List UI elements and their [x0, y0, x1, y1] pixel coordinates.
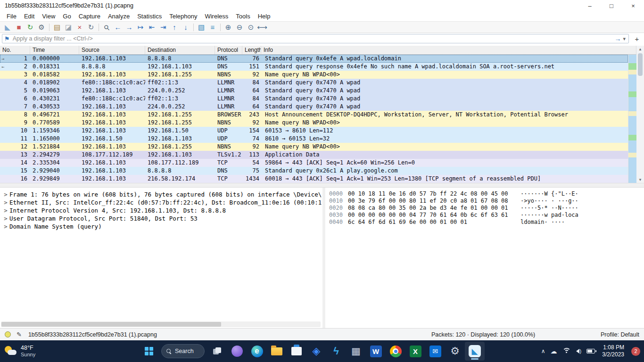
packet-row[interactable]: 1→0.000000192.168.1.1038.8.8.8DNS76Stand…: [0, 55, 628, 63]
menu-item-wireless[interactable]: Wireless: [201, 12, 232, 21]
menu-item-telephony[interactable]: Telephony: [165, 12, 201, 21]
menu-item-analyze[interactable]: Analyze: [104, 12, 133, 21]
colorize-icon[interactable]: ▧: [196, 22, 207, 33]
packet-row[interactable]: 111.165000192.168.1.50192.168.1.103UDP74…: [0, 135, 628, 143]
zoom-out-icon[interactable]: ⊖: [234, 22, 245, 33]
menu-item-file[interactable]: File: [3, 12, 20, 21]
resize-columns-icon[interactable]: ⟷: [256, 22, 268, 33]
packet-list-scrollbar[interactable]: ▲ ▼: [636, 46, 644, 183]
volume-icon[interactable]: ): [576, 348, 582, 354]
detail-hscrollbar[interactable]: [1, 321, 321, 327]
expand-caret-icon[interactable]: >: [2, 222, 9, 230]
save-file-icon[interactable]: ◪: [63, 22, 74, 33]
scroll-up-icon[interactable]: ▲: [636, 46, 644, 52]
close-file-icon[interactable]: ×: [74, 22, 85, 33]
edge-icon[interactable]: e: [247, 342, 267, 361]
wireshark-icon[interactable]: ◣: [465, 342, 485, 361]
packet-row[interactable]: 2←0.0183318.8.8.8192.168.1.103DNS151Stan…: [0, 63, 628, 71]
hex-row[interactable]: 000000 10 18 11 0e 16 d0 57 7b ff 22 4c …: [329, 190, 644, 197]
expand-caret-icon[interactable]: >: [2, 206, 9, 214]
go-forward-icon[interactable]: →: [124, 22, 135, 33]
column-header-length[interactable]: Length: [242, 46, 261, 54]
wifi-icon[interactable]: [562, 348, 571, 354]
task-view-icon[interactable]: [207, 342, 227, 361]
filter-bookmark-icon[interactable]: ⚑: [4, 35, 10, 42]
close-icon[interactable]: ×: [622, 0, 644, 11]
packet-row[interactable]: 152.929040192.168.1.1038.8.8.8DNS75Stand…: [0, 167, 628, 175]
detail-line[interactable]: >Ethernet II, Src: IntelCor_ff:22:4c (d0…: [2, 198, 322, 206]
detail-line[interactable]: >Domain Name System (query): [2, 222, 322, 230]
zoom-original-icon[interactable]: ⊙: [245, 22, 256, 33]
packet-row[interactable]: 70.430533192.168.1.103224.0.0.252LLMNR64…: [0, 103, 628, 111]
detail-line[interactable]: >Internet Protocol Version 4, Src: 192.1…: [2, 206, 322, 214]
excel-icon[interactable]: X: [405, 342, 425, 361]
column-header-destination[interactable]: Destination: [145, 46, 215, 54]
expert-info-icon[interactable]: [5, 331, 11, 337]
packet-row[interactable]: 90.770589192.168.1.103192.168.1.255NBNS9…: [0, 119, 628, 127]
hex-row[interactable]: 003000 00 00 00 00 00 04 77 70 61 64 0b …: [329, 212, 644, 219]
column-header-no[interactable]: No.: [0, 46, 30, 54]
menu-item-view[interactable]: View: [38, 12, 59, 21]
status-profile[interactable]: Profile: Default: [601, 331, 639, 338]
hex-row[interactable]: 001000 3e 79 6f 00 00 80 11 ef 20 c0 a8 …: [329, 197, 644, 205]
dropbox-icon[interactable]: ◈: [306, 342, 326, 361]
menu-item-go[interactable]: Go: [59, 12, 74, 21]
detail-line[interactable]: >Frame 1: 76 bytes on wire (608 bits), 7…: [2, 190, 322, 198]
column-header-protocol[interactable]: Protocol: [215, 46, 242, 54]
mail-icon[interactable]: ✉: [425, 342, 445, 361]
packet-row[interactable]: 101.159346192.168.1.103192.168.1.50UDP15…: [0, 127, 628, 135]
zoom-in-icon[interactable]: ⊕: [223, 22, 234, 33]
menu-item-edit[interactable]: Edit: [20, 12, 38, 21]
go-first-icon[interactable]: ⇤: [146, 22, 157, 33]
menu-item-help[interactable]: Help: [254, 12, 274, 21]
go-last-icon[interactable]: ⇥: [157, 22, 169, 33]
weather-widget[interactable]: 48°F Sunny: [0, 345, 71, 357]
settings-icon[interactable]: ⚙: [445, 342, 465, 361]
go-to-packet-icon[interactable]: ↦: [135, 22, 146, 33]
scrollbar-thumb[interactable]: [638, 53, 643, 76]
notification-badge[interactable]: 2: [631, 347, 640, 356]
store-icon[interactable]: [287, 342, 306, 361]
tray-expand-icon[interactable]: ∧: [541, 348, 545, 354]
chat-icon[interactable]: [227, 342, 247, 361]
taskbar-search[interactable]: Search: [161, 344, 205, 358]
menu-item-statistics[interactable]: Statistics: [133, 12, 165, 21]
detail-hscroll-thumb[interactable]: [1, 322, 221, 327]
expand-caret-icon[interactable]: >: [2, 214, 9, 222]
expand-caret-icon[interactable]: >: [2, 190, 9, 198]
minimize-icon[interactable]: –: [579, 0, 601, 11]
start-capture-icon[interactable]: ◣: [2, 22, 13, 33]
capture-options-icon[interactable]: ⚙: [36, 22, 47, 33]
calculator-icon[interactable]: ▦: [346, 342, 366, 361]
packet-row[interactable]: 142.335304192.168.1.103108.177.112.189TC…: [0, 159, 628, 167]
maximize-icon[interactable]: □: [601, 0, 622, 11]
expand-caret-icon[interactable]: >: [2, 198, 9, 206]
filter-add-button[interactable]: +: [632, 34, 642, 43]
menu-item-tools[interactable]: Tools: [232, 12, 254, 21]
scroll-top-icon[interactable]: ↑: [169, 22, 180, 33]
menu-item-capture[interactable]: Capture: [75, 12, 104, 21]
filter-dropdown-icon[interactable]: ▾: [623, 36, 626, 42]
reload-file-icon[interactable]: ↻: [85, 22, 97, 33]
hex-row[interactable]: 00406c 64 6f 6d 61 69 6e 00 00 01 00 01l…: [329, 219, 644, 226]
packet-row[interactable]: 80.496721192.168.1.103192.168.1.255BROWS…: [0, 111, 628, 119]
word-icon[interactable]: W: [366, 342, 386, 361]
auto-scroll-icon[interactable]: ≡: [207, 22, 218, 33]
stop-capture-icon[interactable]: ■: [13, 22, 25, 33]
packet-row[interactable]: 30.018582192.168.1.103192.168.1.255NBNS9…: [0, 71, 628, 79]
column-header-time[interactable]: Time: [30, 46, 79, 54]
scroll-bottom-icon[interactable]: ↓: [180, 22, 191, 33]
display-filter-input[interactable]: [13, 35, 613, 42]
detail-line[interactable]: >User Datagram Protocol, Src Port: 51840…: [2, 214, 322, 222]
open-file-icon[interactable]: ▤: [51, 22, 63, 33]
capture-comment-icon[interactable]: ✎: [17, 331, 22, 338]
packet-row[interactable]: 121.521884192.168.1.103192.168.1.255NBNS…: [0, 143, 628, 151]
lightning-app-icon[interactable]: ϟ: [326, 342, 346, 361]
taskbar-clock[interactable]: 1:08 PM 3/2/2023: [602, 344, 624, 358]
filter-apply-icon[interactable]: →: [614, 35, 621, 42]
column-header-info[interactable]: Info: [261, 46, 636, 54]
packet-row[interactable]: 50.019063192.168.1.103224.0.0.252LLMNR64…: [0, 87, 628, 95]
file-explorer-icon[interactable]: [267, 342, 287, 361]
battery-icon[interactable]: [586, 349, 595, 354]
packet-row[interactable]: 60.430231fe80::188c:c1c0:ac7…ff02::1:3LL…: [0, 95, 628, 103]
